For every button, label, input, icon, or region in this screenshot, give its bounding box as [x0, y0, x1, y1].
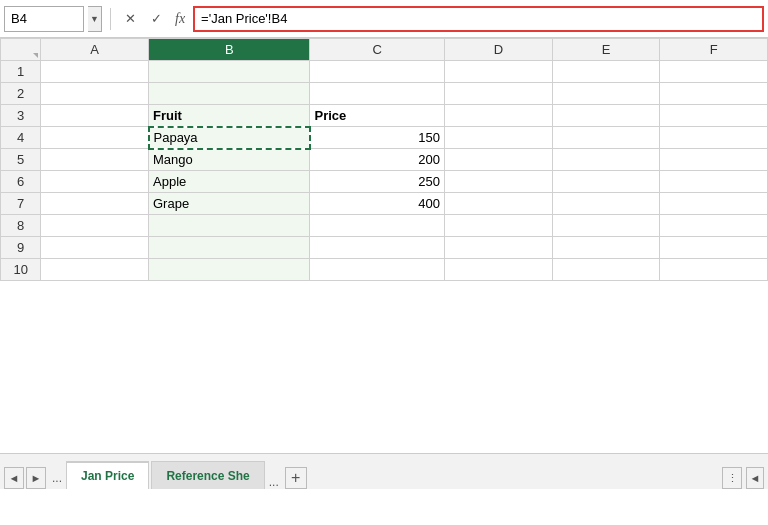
cell-d4[interactable]	[445, 127, 553, 149]
col-header-a[interactable]: A	[41, 39, 149, 61]
cell-b7[interactable]: Grape	[149, 193, 310, 215]
dropdown-arrow-icon: ▼	[90, 14, 99, 24]
cell-ref-dropdown[interactable]: ▼	[88, 6, 102, 32]
cell-e1[interactable]	[552, 61, 660, 83]
tabs-ellipsis-right: ...	[269, 475, 279, 489]
cell-b1[interactable]	[149, 61, 310, 83]
cell-a3[interactable]	[41, 105, 149, 127]
tab-add-button[interactable]: +	[285, 467, 307, 489]
tab-jan-price[interactable]: Jan Price	[66, 461, 149, 489]
dots-icon: ⋮	[727, 472, 738, 485]
cell-d6[interactable]	[445, 171, 553, 193]
tab-nav-prev[interactable]: ◄	[4, 467, 24, 489]
cell-e9[interactable]	[552, 237, 660, 259]
row-num-2: 2	[1, 83, 41, 105]
row-num-9: 9	[1, 237, 41, 259]
cell-d2[interactable]	[445, 83, 553, 105]
tabs-right-controls: ⋮ ◄	[722, 467, 764, 489]
cancel-icon: ✕	[125, 11, 136, 26]
cell-f7[interactable]	[660, 193, 768, 215]
cell-e5[interactable]	[552, 149, 660, 171]
cell-a2[interactable]	[41, 83, 149, 105]
tabs-bar: ◄ ► ... Jan Price Reference She ... + ⋮ …	[0, 453, 768, 489]
row-num-10: 10	[1, 259, 41, 281]
cell-a7[interactable]	[41, 193, 149, 215]
tab-jan-price-label: Jan Price	[81, 469, 134, 483]
cell-c10[interactable]	[310, 259, 445, 281]
cell-d9[interactable]	[445, 237, 553, 259]
cell-d7[interactable]	[445, 193, 553, 215]
cell-f4[interactable]	[660, 127, 768, 149]
cell-e3[interactable]	[552, 105, 660, 127]
cell-a1[interactable]	[41, 61, 149, 83]
grid-body: 1 2 3 Fruit	[1, 61, 768, 281]
col-header-c[interactable]: C	[310, 39, 445, 61]
cell-e10[interactable]	[552, 259, 660, 281]
col-header-b[interactable]: B	[149, 39, 310, 61]
cell-a5[interactable]	[41, 149, 149, 171]
row-num-8: 8	[1, 215, 41, 237]
cell-c9[interactable]	[310, 237, 445, 259]
cell-d3[interactable]	[445, 105, 553, 127]
cell-f2[interactable]	[660, 83, 768, 105]
cell-f6[interactable]	[660, 171, 768, 193]
cell-f3[interactable]	[660, 105, 768, 127]
cell-e6[interactable]	[552, 171, 660, 193]
cell-a6[interactable]	[41, 171, 149, 193]
row-num-1: 1	[1, 61, 41, 83]
column-header-row: A B C D E F	[1, 39, 768, 61]
corner-cell	[1, 39, 41, 61]
cell-f1[interactable]	[660, 61, 768, 83]
tab-reference-she[interactable]: Reference She	[151, 461, 264, 489]
tab-dots-btn[interactable]: ⋮	[722, 467, 742, 489]
cell-c7[interactable]: 400	[310, 193, 445, 215]
cell-b2[interactable]	[149, 83, 310, 105]
table-row: 10	[1, 259, 768, 281]
cell-d10[interactable]	[445, 259, 553, 281]
cell-c5[interactable]: 200	[310, 149, 445, 171]
cell-c6[interactable]: 250	[310, 171, 445, 193]
cell-a10[interactable]	[41, 259, 149, 281]
cell-b6[interactable]: Apple	[149, 171, 310, 193]
cell-f8[interactable]	[660, 215, 768, 237]
tab-nav-next[interactable]: ►	[26, 467, 46, 489]
cell-b8[interactable]	[149, 215, 310, 237]
col-header-e[interactable]: E	[552, 39, 660, 61]
col-header-f[interactable]: F	[660, 39, 768, 61]
cell-a8[interactable]	[41, 215, 149, 237]
confirm-button[interactable]: ✓	[145, 8, 167, 30]
cell-c1[interactable]	[310, 61, 445, 83]
cell-e8[interactable]	[552, 215, 660, 237]
cell-e4[interactable]	[552, 127, 660, 149]
cell-c3[interactable]: Price	[310, 105, 445, 127]
scroll-right-icon: ◄	[750, 472, 761, 484]
cell-a9[interactable]	[41, 237, 149, 259]
next-arrow-icon: ►	[31, 472, 42, 484]
cancel-button[interactable]: ✕	[119, 8, 141, 30]
cell-d1[interactable]	[445, 61, 553, 83]
cell-ref-box[interactable]: B4	[4, 6, 84, 32]
table-row: 6 Apple 250	[1, 171, 768, 193]
cell-a4[interactable]	[41, 127, 149, 149]
cell-b10[interactable]	[149, 259, 310, 281]
cell-e2[interactable]	[552, 83, 660, 105]
formula-input[interactable]: ='Jan Price'!B4	[193, 6, 764, 32]
cell-d8[interactable]	[445, 215, 553, 237]
cell-c4[interactable]: 150	[310, 127, 445, 149]
cell-c2[interactable]	[310, 83, 445, 105]
cell-d5[interactable]	[445, 149, 553, 171]
cell-f10[interactable]	[660, 259, 768, 281]
cell-b5[interactable]: Mango	[149, 149, 310, 171]
cell-b9[interactable]	[149, 237, 310, 259]
cell-f9[interactable]	[660, 237, 768, 259]
spreadsheet-grid: A B C D E F 1 2	[0, 38, 768, 489]
cell-e7[interactable]	[552, 193, 660, 215]
row-num-7: 7	[1, 193, 41, 215]
col-header-d[interactable]: D	[445, 39, 553, 61]
tab-scroll-right[interactable]: ◄	[746, 467, 764, 489]
cell-b4[interactable]: Papaya	[149, 127, 310, 149]
cell-f5[interactable]	[660, 149, 768, 171]
table-row: 7 Grape 400	[1, 193, 768, 215]
cell-b3[interactable]: Fruit	[149, 105, 310, 127]
cell-c8[interactable]	[310, 215, 445, 237]
